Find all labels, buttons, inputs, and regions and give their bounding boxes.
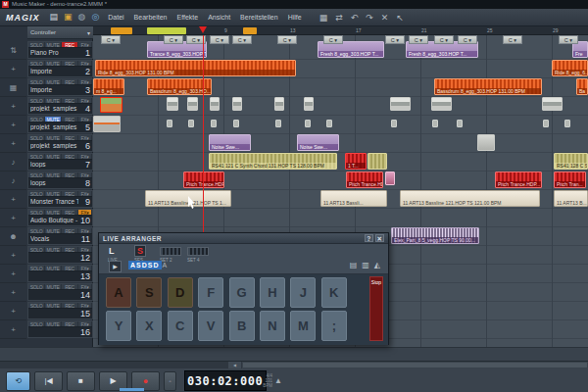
rec-button[interactable]: REC [62, 247, 78, 252]
harmony-box[interactable]: C ▾ [232, 35, 252, 44]
solo-button[interactable]: SOLO [28, 191, 45, 196]
clip-orange[interactable]: Ba [576, 78, 588, 95]
clip-purple[interactable]: Noise Swe... [297, 134, 339, 151]
fx-button[interactable]: FX▾ [78, 79, 92, 84]
track-header[interactable]: SOLOMUTERECFX▾14 [27, 283, 93, 301]
harmony-box[interactable]: C ▾ [210, 35, 229, 44]
clip-mini[interactable] [275, 120, 281, 127]
track-header[interactable]: SOLOMUTERECFX▾Monster Trance Ten9 [27, 190, 93, 208]
marker-2[interactable] [243, 27, 257, 34]
solo-button[interactable]: SOLO [28, 321, 45, 326]
pad-key-K[interactable]: K [321, 277, 347, 308]
mute-button[interactable]: MUTE [45, 228, 62, 233]
playhead-handle[interactable] [199, 26, 207, 33]
harmony-box[interactable]: C ▾ [101, 35, 121, 44]
delete-icon[interactable]: ✕ [379, 13, 391, 23]
metronome-icon[interactable]: ▲ [274, 376, 282, 385]
fx-button[interactable]: FX▾ [78, 266, 92, 270]
loop-button[interactable]: ⟲ [6, 371, 30, 391]
controller-header[interactable]: Controller ▾ [27, 26, 93, 39]
open-folder-icon[interactable]: ▣ [63, 13, 74, 22]
fx-button[interactable]: FX▾ [78, 117, 92, 122]
mute-button[interactable]: MUTE [45, 303, 62, 308]
track-header[interactable]: SOLOMUTERECFX▾16 [27, 320, 93, 338]
track-header[interactable]: SOLOMUTERECFX▾Importe2 [27, 60, 93, 77]
rec-button[interactable]: REC [62, 42, 78, 47]
mute-button[interactable]: MUTE [45, 284, 62, 289]
clip-thumb[interactable] [390, 97, 411, 111]
plus-icon[interactable]: + [0, 265, 26, 283]
solo-button[interactable]: SOLO [28, 98, 45, 103]
rec-button[interactable]: REC [62, 79, 78, 84]
solo-button[interactable]: SOLO [28, 284, 45, 289]
clip-mini[interactable] [305, 120, 311, 127]
solo-button[interactable]: SOLO [28, 117, 45, 122]
clip-thumb[interactable] [304, 97, 314, 111]
fx-button[interactable]: FX▾ [78, 42, 92, 47]
rec-button[interactable]: REC [62, 321, 78, 326]
clip-olive[interactable] [368, 153, 387, 170]
scroll-left-button[interactable]: ◀ [228, 362, 241, 368]
plus-icon[interactable]: + [0, 134, 26, 153]
menu-hilfe[interactable]: Hilfe [285, 12, 305, 23]
mute-button[interactable]: MUTE [45, 79, 62, 84]
track-header[interactable]: SOLOMUTERECFX▾projekt_samples5 [27, 116, 93, 133]
pad-key-A[interactable]: A [106, 277, 131, 308]
track-header[interactable]: SOLOMUTERECFX▾Piano Pro1 [27, 41, 93, 59]
search-icon[interactable]: ◎ [90, 13, 100, 22]
menu-bearbeiten[interactable]: Bearbeiten [131, 12, 171, 23]
close-icon[interactable]: ✕ [375, 234, 384, 242]
track-header[interactable]: SOLOMUTERECFX▾projekt_samples4 [27, 97, 93, 115]
track-header[interactable]: SOLOMUTERECFX▾Vocals11 [27, 227, 93, 245]
pad-key-X[interactable]: X [136, 311, 162, 341]
plus-icon[interactable]: + [0, 283, 26, 302]
clip-thumb[interactable] [167, 97, 178, 111]
track-header[interactable]: SOLOMUTERECFX▾Importe3 [27, 78, 93, 96]
set-display-1[interactable] [160, 247, 181, 256]
clip-olive[interactable]: RS41 128 C S... [554, 153, 588, 170]
save-take-icon[interactable]: ▥ [362, 261, 369, 270]
mute-button[interactable]: MUTE [45, 61, 62, 66]
rec-button[interactable]: REC [62, 135, 78, 140]
rec-button[interactable]: REC [62, 172, 78, 177]
harmony-box[interactable]: C ▾ [434, 35, 454, 44]
fx-button[interactable]: FX▾ [78, 172, 92, 177]
track-header[interactable]: SOLOMUTERECFX▾projekt_samples6 [27, 134, 93, 152]
clip-beige[interactable]: 11 ART13 B... [554, 190, 588, 207]
clip-mini[interactable] [391, 120, 397, 127]
clip-gray[interactable] [477, 134, 495, 151]
mute-button[interactable]: MUTE [45, 191, 62, 196]
menu-ansicht[interactable]: Ansicht [205, 12, 233, 23]
mute-button[interactable]: MUTE [45, 98, 62, 103]
solo-button[interactable]: SOLO [28, 266, 45, 270]
harmony-box[interactable]: C ▾ [323, 35, 343, 44]
timeline-ruler[interactable]: 591317212529 [93, 26, 588, 35]
solo-button[interactable]: SOLO [28, 135, 45, 140]
plus-icon[interactable]: + [0, 97, 26, 116]
fx-button[interactable]: FX▾ [78, 284, 92, 289]
fx-button[interactable]: FX▾ [78, 61, 92, 66]
rec-button[interactable]: REC [62, 284, 78, 289]
clip-mini[interactable] [543, 120, 549, 127]
clip-selthumb[interactable] [100, 97, 122, 113]
pad-key-V[interactable]: V [198, 311, 223, 341]
mute-button[interactable]: MUTE [45, 321, 62, 326]
new-file-icon[interactable]: ▤ [49, 13, 60, 22]
rec-button[interactable]: REC [62, 303, 78, 308]
rec-button[interactable]: REC [62, 191, 78, 196]
track-header[interactable]: SOLOMUTERECFX▾Audio Boutique - Tes10 [27, 209, 93, 226]
pad-key-N[interactable]: N [260, 311, 285, 341]
swap-icon[interactable]: ⇄ [333, 13, 345, 23]
track-header[interactable]: SOLOMUTERECFX▾12 [27, 246, 93, 264]
mute-button[interactable]: MUTE [45, 210, 62, 215]
mute-button[interactable]: MUTE [45, 154, 62, 159]
menu-bereitstellen[interactable]: Bereitstellen [237, 12, 281, 23]
screen-keys-icon[interactable]: ▦ [318, 13, 330, 23]
mute-button[interactable]: MUTE [45, 117, 62, 122]
fx-button[interactable]: FX▾ [78, 247, 92, 252]
plus-icon[interactable]: + [0, 116, 26, 134]
pad-key-B[interactable]: B [229, 311, 255, 341]
loop-region-marker[interactable] [147, 27, 186, 34]
clip-thumb[interactable] [431, 97, 452, 111]
harmony-box[interactable]: C ▾ [458, 35, 477, 44]
